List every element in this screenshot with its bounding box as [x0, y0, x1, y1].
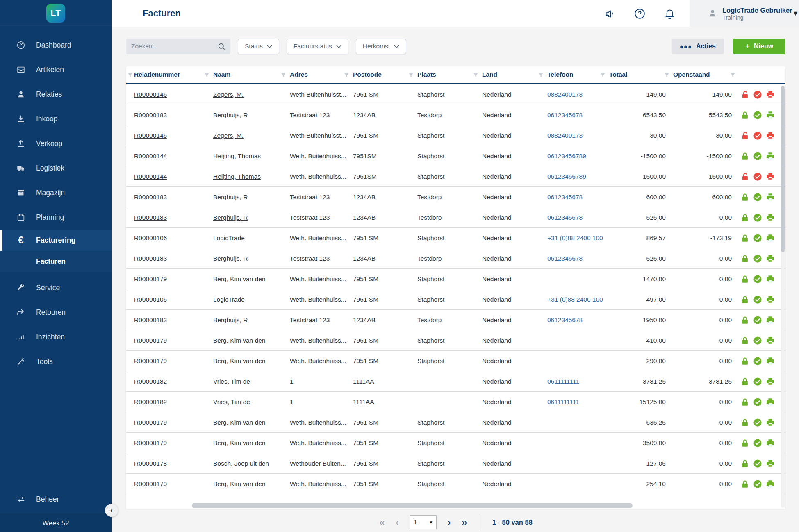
sidebar-item-logistiek[interactable]: Logistiek: [0, 156, 112, 180]
invoice-row[interactable]: R00000182Vries, Tim de11111AANederland06…: [126, 392, 785, 412]
check-circle-icon[interactable]: [753, 275, 762, 284]
relation-number-link[interactable]: R00000144: [134, 173, 167, 180]
filter-funnel-icon[interactable]: [664, 72, 669, 77]
vertical-scrollbar-thumb[interactable]: [781, 86, 785, 252]
printer-icon[interactable]: [766, 418, 775, 427]
invoice-row[interactable]: R00000179Berg, Kim van denWeth. Buitenhu…: [126, 433, 785, 453]
relation-number-link[interactable]: R00000146: [134, 132, 167, 139]
check-circle-icon[interactable]: [753, 90, 762, 99]
invoice-row[interactable]: R00000183Berghuijs, RTeststraat 1231234A…: [126, 310, 785, 330]
sidebar-item-artikelen[interactable]: Artikelen: [0, 57, 112, 82]
last-page-button[interactable]: »: [462, 517, 467, 527]
relation-number-link[interactable]: R00000183: [134, 111, 167, 118]
relation-name-link[interactable]: Berg, Kim van den: [213, 419, 266, 426]
relation-name-link[interactable]: LogicTrade: [213, 296, 245, 303]
check-circle-icon[interactable]: [753, 295, 762, 304]
printer-icon[interactable]: [766, 90, 775, 99]
invoice-row[interactable]: R00000179Berg, Kim van denWeth. Buitenhu…: [126, 474, 785, 494]
column-header-totaal[interactable]: Totaal: [608, 66, 672, 83]
help-icon[interactable]: [634, 8, 645, 19]
printer-icon[interactable]: [766, 254, 775, 263]
relation-name-link[interactable]: Heijting, Thomas: [213, 173, 261, 180]
sidebar-item-inzichten[interactable]: Inzichten: [0, 325, 112, 349]
lock-icon[interactable]: [740, 398, 749, 407]
column-header-openstaand[interactable]: Openstaand: [672, 66, 738, 83]
logictrade-logo[interactable]: LT: [46, 4, 65, 23]
check-circle-icon[interactable]: [753, 172, 762, 181]
printer-icon[interactable]: [766, 152, 775, 161]
relation-name-link[interactable]: LogicTrade: [213, 234, 245, 241]
invoice-row[interactable]: R00000178Bosch, Joep uit denWethouder Bu…: [126, 453, 785, 474]
lock-icon[interactable]: [740, 90, 749, 99]
phone-link[interactable]: 0882400173: [547, 132, 583, 139]
sidebar-collapse-button[interactable]: ‹: [105, 504, 118, 517]
page-select[interactable]: 1 ▼: [410, 515, 437, 529]
relation-name-link[interactable]: Zegers, M.: [213, 91, 244, 98]
printer-icon[interactable]: [766, 459, 775, 468]
filter-funnel-icon[interactable]: [538, 72, 544, 77]
check-circle-icon[interactable]: [753, 193, 762, 202]
relation-number-link[interactable]: R00000183: [134, 193, 167, 200]
relation-number-link[interactable]: R00000179: [134, 337, 167, 344]
invoice-row[interactable]: R00000106LogicTradeWeth. Buitenhuiss...7…: [126, 289, 785, 310]
invoice-row[interactable]: R00000146Zegers, M.Weth Buitenhuisst...7…: [126, 125, 785, 146]
relation-name-link[interactable]: Heijting, Thomas: [213, 152, 261, 159]
phone-link[interactable]: 0612345678: [547, 214, 583, 221]
relation-number-link[interactable]: R00000183: [134, 255, 167, 262]
new-button[interactable]: + Nieuw: [733, 39, 785, 54]
check-circle-icon[interactable]: [753, 234, 762, 243]
relation-name-link[interactable]: Berg, Kim van den: [213, 480, 266, 487]
sidebar-item-magazijn[interactable]: Magazijn: [0, 180, 112, 205]
printer-icon[interactable]: [766, 316, 775, 325]
check-circle-icon[interactable]: [753, 213, 762, 222]
printer-icon[interactable]: [766, 131, 775, 140]
sidebar-item-planning[interactable]: Planning: [0, 205, 112, 230]
check-circle-icon[interactable]: [753, 316, 762, 325]
filter-funnel-icon[interactable]: [281, 72, 286, 77]
relation-name-link[interactable]: Zegers, M.: [213, 132, 244, 139]
column-header-plaats[interactable]: Plaats: [416, 66, 481, 83]
filter-funnel-icon[interactable]: [127, 72, 133, 77]
phone-link[interactable]: 0612345678: [547, 255, 583, 262]
relation-number-link[interactable]: R00000179: [134, 419, 167, 426]
lock-icon[interactable]: [740, 357, 749, 366]
relation-number-link[interactable]: R00000182: [134, 378, 167, 385]
relation-name-link[interactable]: Berghuijs, R: [213, 214, 248, 221]
relation-name-link[interactable]: Berg, Kim van den: [213, 357, 266, 364]
phone-link[interactable]: 0612345678: [547, 193, 583, 200]
printer-icon[interactable]: [766, 336, 775, 345]
check-circle-icon[interactable]: [753, 439, 762, 448]
relation-name-link[interactable]: Berghuijs, R: [213, 316, 248, 323]
invoice-row[interactable]: R00000183Berghuijs, RTeststraat 1231234A…: [126, 187, 785, 207]
phone-link[interactable]: +31 (0)88 2400 100: [547, 234, 603, 241]
search-icon[interactable]: [218, 43, 225, 50]
printer-icon[interactable]: [766, 234, 775, 243]
sidebar-item-retouren[interactable]: Retouren: [0, 300, 112, 325]
search-input[interactable]: [131, 43, 218, 50]
sidebar-item-dashboard[interactable]: Dashboard: [0, 33, 112, 57]
printer-icon[interactable]: [766, 357, 775, 366]
column-header-postcode[interactable]: Postcode: [352, 66, 416, 83]
check-circle-icon[interactable]: [753, 377, 762, 386]
lock-icon[interactable]: [740, 131, 749, 140]
invoice-row[interactable]: R00000144Heijting, ThomasWeth. Buitenhui…: [126, 146, 785, 166]
check-circle-icon[interactable]: [753, 111, 762, 120]
relation-name-link[interactable]: Berg, Kim van den: [213, 337, 266, 344]
relation-number-link[interactable]: R00000183: [134, 214, 167, 221]
sidebar-subitem-facturen[interactable]: Facturen: [0, 251, 112, 272]
lock-icon[interactable]: [740, 377, 749, 386]
phone-link[interactable]: 06123456789: [547, 152, 586, 159]
notifications-bell-icon[interactable]: [664, 8, 675, 19]
lock-icon[interactable]: [740, 254, 749, 263]
invoice-row[interactable]: R00000183Berghuijs, RTeststraat 1231234A…: [126, 248, 785, 269]
filter-funnel-icon[interactable]: [344, 72, 349, 77]
phone-link[interactable]: 06123456789: [547, 173, 586, 180]
phone-link[interactable]: 0612345678: [547, 111, 583, 118]
check-circle-icon[interactable]: [753, 398, 762, 407]
check-circle-icon[interactable]: [753, 418, 762, 427]
column-header-land[interactable]: Land: [481, 66, 546, 83]
relation-number-link[interactable]: R00000178: [134, 460, 167, 467]
invoice-row[interactable]: R00000183Berghuijs, RTeststraat 1231234A…: [126, 207, 785, 228]
first-page-button[interactable]: «: [379, 517, 385, 527]
relation-name-link[interactable]: Bosch, Joep uit den: [213, 460, 269, 467]
